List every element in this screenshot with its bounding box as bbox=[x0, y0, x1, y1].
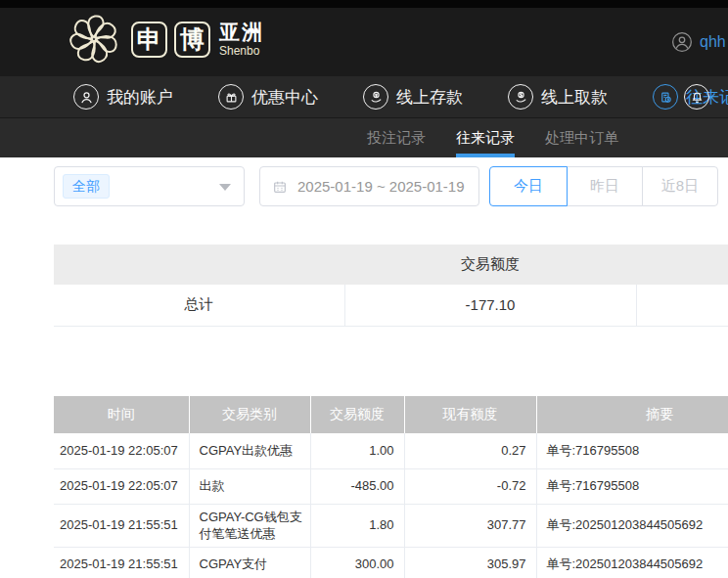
table-row: 2025-01-19 21:55:51 CGPAY支付 300.00 305.9… bbox=[54, 547, 728, 578]
logo-char-box: 申 bbox=[131, 22, 167, 58]
flower-logo-icon bbox=[65, 10, 123, 68]
cell-type: CGPAY出款优惠 bbox=[189, 433, 310, 468]
cell-time: 2025-01-19 22:05:07 bbox=[54, 468, 189, 504]
cell-balance: 0.27 bbox=[404, 433, 536, 468]
tab-processing-orders[interactable]: 处理中订单 bbox=[545, 118, 618, 157]
cell-amount: -485.00 bbox=[310, 468, 404, 504]
records-header-row: 时间 交易类别 交易额度 现有额度 摘要 bbox=[54, 396, 728, 433]
selected-type-tag[interactable]: 全部 bbox=[63, 174, 110, 199]
summary-total-label: 总计 bbox=[54, 285, 344, 326]
col-header-type: 交易类别 bbox=[189, 396, 310, 433]
notifications-button[interactable] bbox=[684, 84, 709, 110]
nav-item-promotions[interactable]: 优惠中心 bbox=[218, 84, 318, 110]
nav-item-withdraw[interactable]: 线上取款 bbox=[508, 84, 608, 110]
chevron-down-icon bbox=[219, 184, 231, 191]
transaction-type-select[interactable]: 全部 bbox=[54, 166, 245, 206]
cell-memo: 单号:202501203844505692 bbox=[536, 547, 728, 578]
page: 申 博 亚洲 Shenbo qhh 我的账户 bbox=[0, 0, 728, 578]
gift-icon bbox=[218, 84, 244, 110]
yesterday-button[interactable]: 昨日 bbox=[567, 166, 643, 206]
summary-empty-cell bbox=[636, 285, 728, 326]
withdraw-icon bbox=[508, 84, 533, 110]
cell-balance: -0.72 bbox=[404, 468, 536, 504]
brand-logo[interactable]: 申 博 亚洲 Shenbo bbox=[65, 10, 264, 68]
username-label: qhh bbox=[700, 33, 726, 51]
cell-memo: 单号:716795508 bbox=[536, 468, 728, 504]
last-8-days-button[interactable]: 近8日 bbox=[642, 166, 718, 206]
summary-header-row: 交易额度 bbox=[54, 245, 728, 285]
records-icon bbox=[653, 84, 678, 110]
summary-header-amount: 交易额度 bbox=[344, 245, 636, 285]
col-header-amount: 交易额度 bbox=[310, 396, 404, 433]
nav-item-label: 线上存款 bbox=[396, 86, 463, 109]
nav-item-deposit[interactable]: 线上存款 bbox=[363, 84, 463, 110]
deposit-icon bbox=[363, 84, 388, 110]
cell-type: CGPAY-CG钱包支付笔笔送优惠 bbox=[189, 504, 310, 547]
nav-item-label: 线上取款 bbox=[541, 86, 608, 109]
table-row: 2025-01-19 22:05:07 CGPAY出款优惠 1.00 0.27 … bbox=[54, 433, 728, 468]
col-header-time: 时间 bbox=[54, 396, 189, 433]
logo-char-box: 博 bbox=[174, 22, 210, 58]
tab-transaction-records[interactable]: 往来记录 bbox=[456, 118, 515, 157]
table-row: 2025-01-19 21:55:51 CGPAY-CG钱包支付笔笔送优惠 1.… bbox=[54, 504, 728, 547]
cell-memo: 单号:202501203844505692 bbox=[536, 504, 728, 547]
user-avatar-icon bbox=[671, 31, 693, 53]
bell-icon bbox=[684, 84, 709, 110]
cell-time: 2025-01-19 21:55:51 bbox=[54, 504, 189, 547]
cell-memo: 单号:716795508 bbox=[536, 433, 728, 468]
cell-time: 2025-01-19 21:55:51 bbox=[54, 547, 189, 578]
brand-region-label: 亚洲 bbox=[219, 22, 264, 42]
cell-type: 出款 bbox=[189, 468, 310, 504]
nav-item-my-account[interactable]: 我的账户 bbox=[73, 84, 173, 110]
cell-amount: 1.00 bbox=[310, 433, 404, 468]
nav-item-label: 优惠中心 bbox=[251, 86, 318, 109]
cell-time: 2025-01-19 22:05:07 bbox=[54, 433, 189, 468]
brand-subtitle: Shenbo bbox=[219, 45, 264, 57]
cell-balance: 305.97 bbox=[404, 547, 536, 578]
user-icon bbox=[73, 84, 99, 110]
quick-date-buttons: 今日 昨日 近8日 bbox=[489, 166, 718, 206]
brand-header: 申 博 亚洲 Shenbo qhh bbox=[0, 0, 728, 76]
summary-header-empty bbox=[636, 245, 728, 285]
summary-header-empty bbox=[54, 245, 344, 285]
tab-betting-records[interactable]: 投注记录 bbox=[367, 118, 426, 157]
table-row: 2025-01-19 22:05:07 出款 -485.00 -0.72 单号:… bbox=[54, 468, 728, 504]
records-subnav: 投注记录 往来记录 处理中订单 bbox=[0, 118, 728, 157]
filter-row: 全部 2025-01-19 ~ 2025-01-19 今日 昨日 近8日 bbox=[0, 166, 728, 206]
nav-item-label: 我的账户 bbox=[107, 86, 173, 109]
summary-total-value: -177.10 bbox=[344, 285, 636, 326]
today-button[interactable]: 今日 bbox=[489, 166, 568, 206]
main-nav: 我的账户 优惠中心 线上存款 bbox=[0, 76, 728, 118]
calendar-icon bbox=[272, 179, 288, 195]
records-table: 时间 交易类别 交易额度 现有额度 摘要 2025-01-19 22:05:07… bbox=[54, 396, 728, 578]
summary-total-row: 总计 -177.10 bbox=[54, 285, 728, 326]
summary-table: 交易额度 总计 -177.10 bbox=[54, 245, 728, 327]
cell-amount: 300.00 bbox=[310, 547, 404, 578]
cell-type: CGPAY支付 bbox=[189, 547, 310, 578]
col-header-balance: 现有额度 bbox=[404, 396, 536, 433]
user-account[interactable]: qhh bbox=[671, 31, 726, 53]
date-range-input[interactable]: 2025-01-19 ~ 2025-01-19 bbox=[259, 166, 479, 206]
date-range-value: 2025-01-19 ~ 2025-01-19 bbox=[297, 178, 465, 195]
cell-amount: 1.80 bbox=[310, 504, 404, 547]
cell-balance: 307.77 bbox=[404, 504, 536, 547]
col-header-memo: 摘要 bbox=[536, 396, 728, 433]
